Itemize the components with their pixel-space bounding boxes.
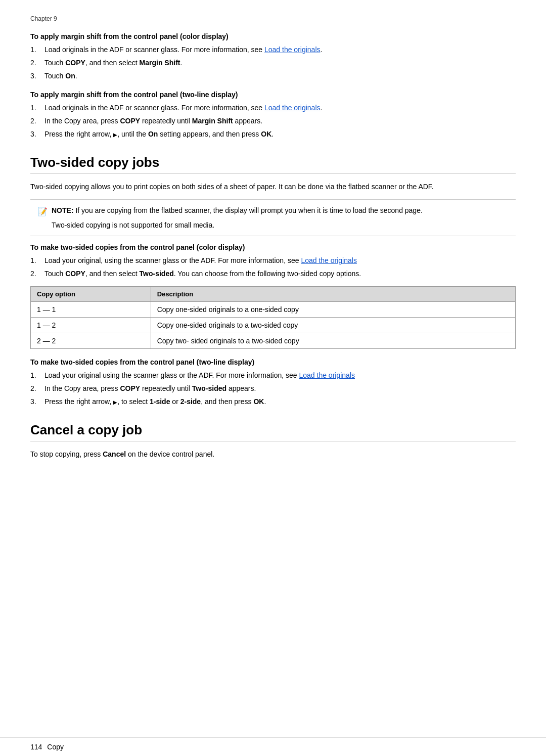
step-content: Load your original using the scanner gla… <box>44 370 516 381</box>
step-content: Touch COPY, and then select Margin Shift… <box>44 58 516 68</box>
step-num: 1. <box>30 45 44 55</box>
step-content: Touch COPY, and then select Two-sided. Y… <box>44 269 516 279</box>
table-row: 1 — 2 Copy one-sided originals to a two-… <box>31 318 516 333</box>
ts-color-step-1: 1. Load your original, using the scanner… <box>30 255 516 266</box>
two-sided-two-line-heading: To make two-sided copies from the contro… <box>30 358 516 366</box>
description-cell: Copy one-sided originals to a one-sided … <box>151 302 515 318</box>
color-display-section: To apply margin shift from the control p… <box>30 32 516 81</box>
two-sided-color-steps: 1. Load your original, using the scanner… <box>30 255 516 279</box>
step-content: Load originals in the ADF or scanner gla… <box>44 103 516 113</box>
step-content: Load originals in the ADF or scanner gla… <box>44 45 516 55</box>
table-header-copy-option: Copy option <box>31 287 151 302</box>
arrow-icon: ▶ <box>113 132 117 138</box>
page-number: 114 <box>30 743 42 751</box>
two-sided-two-line-steps: 1. Load your original using the scanner … <box>30 370 516 407</box>
color-step-3: 3. Touch On. <box>30 71 516 81</box>
step-num: 1. <box>30 103 44 113</box>
table-header-row: Copy option Description <box>31 287 516 302</box>
step-num: 3. <box>30 396 44 407</box>
note-header: 📝 NOTE: If you are copying from the flat… <box>37 205 509 231</box>
cancel-section: Cancel a copy job To stop copying, press… <box>30 422 516 460</box>
cancel-title: Cancel a copy job <box>30 422 516 441</box>
ts-tl-step-1: 1. Load your original using the scanner … <box>30 370 516 381</box>
color-step-2: 2. Touch COPY, and then select Margin Sh… <box>30 58 516 68</box>
note-sub-text: Two-sided copying is not supported for s… <box>52 219 509 231</box>
step-num: 2. <box>30 269 44 279</box>
load-originals-link-2[interactable]: Load the originals <box>264 104 321 112</box>
two-sided-title: Two-sided copy jobs <box>30 155 516 174</box>
step-num: 1. <box>30 370 44 381</box>
step-num: 2. <box>30 383 44 394</box>
two-sided-section: Two-sided copy jobs Two-sided copying al… <box>30 155 516 407</box>
step-num: 1. <box>30 255 44 266</box>
ts-tl-step-3: 3. Press the right arrow, ▶, to select 1… <box>30 396 516 407</box>
chapter-label: Chapter 9 <box>30 15 516 22</box>
two-line-step-2: 2. In the Copy area, press COPY repeated… <box>30 116 516 126</box>
color-display-heading: To apply margin shift from the control p… <box>30 32 516 40</box>
step-content: Load your original, using the scanner gl… <box>44 255 516 266</box>
two-line-display-heading: To apply margin shift from the control p… <box>30 91 516 99</box>
step-content: Touch On. <box>44 71 516 81</box>
two-sided-color-heading: To make two-sided copies from the contro… <box>30 243 516 251</box>
copy-option-cell: 1 — 2 <box>31 318 151 333</box>
step-num: 3. <box>30 71 44 81</box>
description-cell: Copy one-sided originals to a two-sided … <box>151 318 515 333</box>
copy-option-cell: 1 — 1 <box>31 302 151 318</box>
step-num: 3. <box>30 129 44 140</box>
description-cell: Copy two- sided originals to a two-sided… <box>151 333 515 349</box>
color-display-steps: 1. Load originals in the ADF or scanner … <box>30 45 516 81</box>
cancel-description: To stop copying, press Cancel on the dev… <box>30 449 516 460</box>
table-header-description: Description <box>151 287 515 302</box>
note-icon: 📝 <box>37 205 48 218</box>
step-content: In the Copy area, press COPY repeatedly … <box>44 383 516 394</box>
load-originals-link-4[interactable]: Load the originals <box>299 371 355 379</box>
note-body: If you are copying from the flatbed scan… <box>75 206 422 214</box>
footer-section-name: Copy <box>47 743 64 751</box>
step-content: Press the right arrow, ▶, to select 1-si… <box>44 396 516 407</box>
two-line-display-section: To apply margin shift from the control p… <box>30 91 516 140</box>
note-label: NOTE: <box>52 206 74 214</box>
table-row: 2 — 2 Copy two- sided originals to a two… <box>31 333 516 349</box>
step-num: 2. <box>30 116 44 126</box>
table-row: 1 — 1 Copy one-sided originals to a one-… <box>31 302 516 318</box>
step-content: In the Copy area, press COPY repeatedly … <box>44 116 516 126</box>
copy-options-table: Copy option Description 1 — 1 Copy one-s… <box>30 286 516 349</box>
note-text: NOTE: If you are copying from the flatbe… <box>52 205 509 231</box>
two-line-step-3: 3. Press the right arrow, ▶, until the O… <box>30 129 516 140</box>
load-originals-link-1[interactable]: Load the originals <box>264 46 321 54</box>
ts-tl-step-2: 2. In the Copy area, press COPY repeated… <box>30 383 516 394</box>
two-line-step-1: 1. Load originals in the ADF or scanner … <box>30 103 516 113</box>
step-num: 2. <box>30 58 44 68</box>
two-sided-color-display: To make two-sided copies from the contro… <box>30 243 516 349</box>
two-sided-two-line-display: To make two-sided copies from the contro… <box>30 358 516 407</box>
ts-color-step-2: 2. Touch COPY, and then select Two-sided… <box>30 269 516 279</box>
color-step-1: 1. Load originals in the ADF or scanner … <box>30 45 516 55</box>
copy-option-cell: 2 — 2 <box>31 333 151 349</box>
note-box: 📝 NOTE: If you are copying from the flat… <box>30 199 516 236</box>
two-line-display-steps: 1. Load originals in the ADF or scanner … <box>30 103 516 140</box>
two-sided-description: Two-sided copying allows you to print co… <box>30 181 516 192</box>
step-content: Press the right arrow, ▶, until the On s… <box>44 129 516 140</box>
footer: 114 Copy <box>0 737 546 756</box>
load-originals-link-3[interactable]: Load the originals <box>301 256 357 264</box>
arrow-icon: ▶ <box>113 399 117 405</box>
